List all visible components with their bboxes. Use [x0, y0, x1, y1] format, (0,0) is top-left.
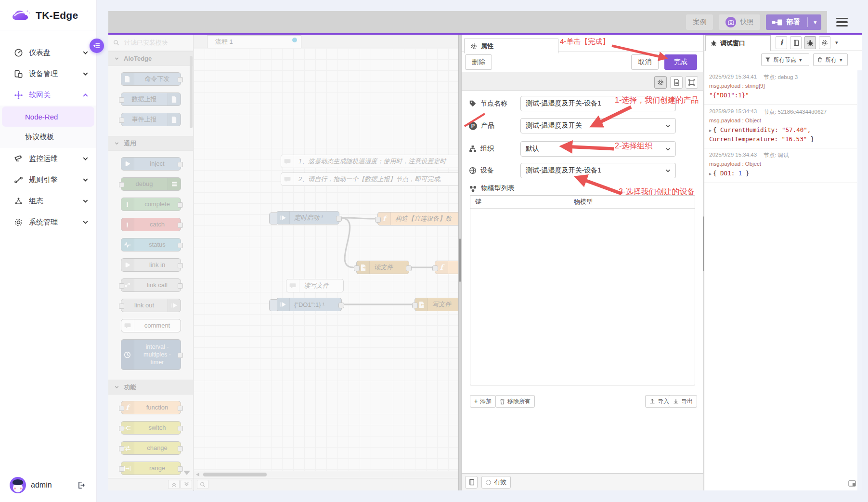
annotation-done: 4-单击【完成】 [560, 37, 609, 46]
sidebar-item-system-management[interactable]: 系统管理 [0, 211, 96, 233]
done-button[interactable]: 完成 [664, 54, 697, 70]
logo: TK-Edge [0, 0, 96, 30]
sidebar-item-monitoring[interactable]: 监控运维 [0, 148, 96, 169]
col-model: 物模型 [574, 198, 593, 206]
tab-debug-window[interactable]: 调试窗口 [705, 35, 771, 51]
annotation-product: 1-选择，我们创建的产品 [615, 95, 699, 106]
debug-filter-row: 所有节点 ▾ 所有 ▾ [704, 53, 862, 67]
field-label-organization: 组织 [469, 145, 494, 153]
field-label-model-list: 物模型列表 [469, 184, 515, 193]
upload-icon [649, 398, 655, 405]
devices-icon [13, 69, 23, 79]
info-tab-button[interactable]: i [776, 36, 787, 49]
sidebar-item-label: 监控运维 [29, 154, 58, 163]
clear-messages-button[interactable]: 所有 ▾ [813, 53, 848, 66]
device-select[interactable]: 测试-温湿度及开关-设备1 [520, 163, 676, 178]
sidebar-item-label: 软网关 [29, 91, 51, 100]
tray-footer: 有效 [462, 473, 703, 490]
chevron-down-icon [665, 146, 671, 152]
debug-message[interactable]: 2025/9/29 15:34:41 节点: debug 3 msg.paylo… [704, 70, 857, 105]
col-key: 键 [470, 198, 574, 206]
sidebar-item-node-red[interactable]: Node-Red [2, 106, 94, 127]
message-property: msg.payload : string[9] [709, 83, 852, 89]
node-help-button[interactable] [465, 476, 478, 489]
gear-icon [470, 43, 477, 50]
snapshot-button-label: 快照 [740, 18, 753, 26]
message-property: msg.payload : Object [709, 118, 852, 123]
product-icon: P [469, 122, 477, 130]
chevron-down-icon [82, 156, 89, 162]
logout-icon[interactable] [77, 481, 85, 489]
node-red-header: 案例 快照 部署 ▾ [108, 11, 827, 33]
app-sidebar: TK-Edge 仪表盘 设备管理 软网关 [0, 0, 97, 502]
export-button[interactable]: 导出 [669, 395, 697, 408]
debug-scrollbar-track[interactable] [857, 70, 862, 490]
chevron-down-icon [82, 177, 89, 183]
expand-dialog-button[interactable] [686, 76, 698, 89]
expand-caret-icon[interactable]: ▸ [709, 171, 712, 176]
deploy-button[interactable]: 部署 ▾ [766, 14, 821, 30]
debug-message[interactable]: 2025/9/29 15:34:43 节点: 调试 msg.payload : … [704, 148, 857, 183]
sidebar-item-soft-gateway[interactable]: 软网关 [0, 84, 96, 106]
enabled-circle-icon [486, 480, 491, 485]
node-enabled-toggle[interactable]: 有效 [481, 476, 511, 489]
sidebar-item-devices[interactable]: 设备管理 [0, 63, 96, 84]
sidebar-item-label: 仪表盘 [29, 48, 51, 57]
gear-icon [13, 217, 23, 227]
app-root: TK-Edge 仪表盘 设备管理 软网关 [0, 0, 868, 502]
deploy-caret-icon[interactable]: ▾ [814, 20, 816, 25]
sidebar-collapse-button[interactable] [90, 39, 104, 53]
avatar[interactable] [10, 477, 26, 493]
remove-all-button[interactable]: 移除所有 [495, 395, 535, 408]
main-menu-icon[interactable] [836, 18, 848, 26]
gateway-icon [13, 90, 23, 100]
divider [807, 17, 808, 27]
annotation-org: 2-选择组织 [615, 141, 652, 151]
settings-tab-button[interactable] [819, 36, 830, 49]
filter-nodes-button[interactable]: 所有节点 ▾ [761, 53, 809, 66]
organization-select[interactable]: 默认 [520, 141, 676, 157]
tray-tabrow [462, 72, 703, 91]
sidebar-item-label: 规则引擎 [29, 175, 58, 185]
help-tab-button[interactable] [790, 36, 802, 49]
sidebar-item-dashboard[interactable]: 仪表盘 [0, 42, 96, 63]
chevron-down-icon [665, 123, 671, 129]
sidebar-item-rule-engine[interactable]: 规则引擎 [0, 169, 96, 190]
annotation-device: 3-选择我们创建的设备 [619, 187, 695, 197]
delete-button[interactable]: 删除 [465, 54, 492, 70]
deploy-icon [772, 19, 782, 26]
soft-gateway-submenu: Node-Red 协议模板 [0, 106, 96, 148]
edit-settings-button[interactable] [654, 76, 667, 89]
molecule-icon [469, 185, 477, 192]
field-label-node-name: 节点名称 [469, 99, 507, 108]
open-in-window-icon[interactable] [848, 480, 856, 487]
cloud-logo-icon [12, 8, 31, 23]
debug-message[interactable]: 2025/9/29 15:34:43 节点: 52186c44344d0627 … [704, 105, 857, 149]
sidebar-item-configuration[interactable]: 组态 [0, 190, 96, 211]
product-select[interactable]: 测试-温湿度及开关 [520, 118, 676, 133]
sidebar-item-label: 系统管理 [29, 218, 58, 227]
message-node: 节点: 52186c44344d0627 [764, 108, 827, 116]
user-row: admin [0, 477, 97, 493]
chevron-up-icon [82, 92, 89, 98]
sidebar-more-caret-icon[interactable]: ▾ [835, 40, 838, 46]
tab-properties[interactable]: 属性 [464, 39, 558, 53]
message-node: 节点: 调试 [764, 152, 789, 159]
add-row-button[interactable]: + 添加 [470, 395, 496, 408]
node-description-button[interactable] [670, 76, 683, 89]
expand-caret-icon[interactable]: ▸ [709, 128, 712, 133]
cancel-button[interactable]: 取消 [631, 54, 659, 70]
globe-icon [469, 167, 477, 174]
tag-icon [469, 100, 477, 107]
rule-flow-icon [13, 175, 23, 185]
case-button[interactable]: 案例 [686, 14, 713, 30]
bug-icon [711, 40, 717, 46]
gauge-icon [13, 48, 23, 57]
sidebar-item-protocol-template[interactable]: 协议模板 [0, 127, 96, 147]
cctv-camera-icon [13, 154, 23, 163]
case-button-label: 案例 [693, 18, 706, 26]
debug-tab-button[interactable] [804, 36, 816, 49]
snapshot-button[interactable]: 快照 [719, 14, 760, 30]
camera-icon [725, 17, 736, 27]
field-label-product: P 产品 [469, 121, 494, 130]
